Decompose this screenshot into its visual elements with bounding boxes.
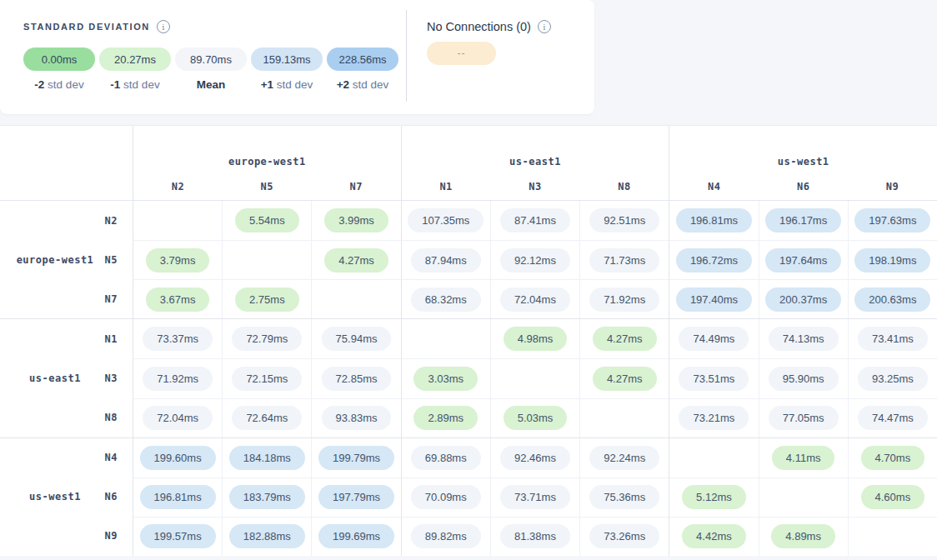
latency-pill[interactable]: 87.94ms [411, 248, 481, 272]
matrix-row: N9199.57ms182.88ms199.69ms89.82ms81.38ms… [0, 517, 937, 556]
latency-pill[interactable]: 73.71ms [500, 485, 570, 509]
latency-cell: 198.19ms [849, 240, 937, 279]
latency-pill[interactable]: 196.81ms [140, 485, 216, 509]
info-icon[interactable]: i [538, 20, 551, 33]
latency-pill[interactable]: 72.79ms [232, 327, 302, 351]
latency-pill[interactable]: 87.41ms [500, 208, 570, 232]
latency-pill[interactable]: 3.03ms [413, 367, 478, 391]
latency-pill[interactable]: 2.89ms [413, 406, 478, 430]
latency-pill[interactable]: 81.38ms [500, 524, 570, 548]
node-column-label: N8 [579, 180, 669, 193]
latency-pill[interactable]: 199.57ms [140, 524, 216, 548]
latency-pill[interactable]: 93.25ms [858, 367, 928, 391]
legend-pill-label: +2 std dev [327, 78, 398, 91]
latency-pill[interactable]: 73.41ms [858, 327, 928, 351]
latency-cell: 72.15ms [223, 358, 312, 398]
latency-pill[interactable]: 4.89ms [771, 524, 835, 548]
latency-pill[interactable]: 71.92ms [589, 288, 659, 312]
latency-pill[interactable]: 4.27ms [593, 367, 657, 391]
node-row-label: N1 [105, 333, 118, 345]
latency-pill[interactable]: 72.15ms [232, 367, 302, 391]
latency-pill[interactable]: 77.05ms [769, 406, 839, 430]
latency-cell: 199.60ms [133, 438, 223, 478]
node-row-label: N6 [105, 491, 118, 502]
latency-pill[interactable]: 200.63ms [854, 288, 930, 312]
latency-pill[interactable]: 71.92ms [143, 367, 213, 391]
latency-pill[interactable]: 196.17ms [765, 208, 841, 232]
latency-pill[interactable]: 199.60ms [140, 446, 216, 470]
latency-pill[interactable]: 5.54ms [235, 208, 299, 232]
std-dev-title-row: STANDARD DEVIATION i [23, 20, 406, 33]
latency-pill[interactable]: 74.13ms [769, 327, 839, 351]
latency-pill[interactable]: 4.42ms [682, 524, 746, 548]
info-icon[interactable]: i [157, 20, 170, 33]
latency-pill[interactable]: 2.75ms [235, 288, 299, 312]
latency-pill[interactable]: 73.26ms [589, 524, 659, 548]
latency-pill[interactable]: 197.79ms [318, 485, 394, 509]
latency-pill[interactable]: 73.51ms [679, 367, 749, 391]
latency-cell: 197.79ms [312, 478, 401, 517]
latency-pill[interactable]: 71.73ms [589, 248, 659, 272]
latency-pill[interactable]: 196.72ms [676, 248, 752, 272]
latency-pill[interactable]: 72.85ms [322, 367, 392, 391]
latency-pill[interactable]: 73.21ms [679, 406, 749, 430]
latency-cell-empty [312, 279, 401, 318]
latency-pill[interactable]: 3.79ms [146, 248, 210, 272]
legend-pill-label: +1 std dev [251, 78, 323, 91]
latency-pill[interactable]: 107.35ms [408, 208, 484, 232]
latency-pill[interactable]: 4.27ms [593, 327, 657, 351]
latency-pill[interactable]: 4.11ms [772, 446, 835, 470]
latency-cell: 199.69ms [312, 517, 401, 556]
latency-cell: 196.81ms [669, 201, 759, 240]
latency-pill[interactable]: 72.04ms [143, 406, 213, 430]
latency-pill[interactable]: 74.49ms [679, 327, 749, 351]
latency-pill[interactable]: 199.69ms [318, 524, 394, 548]
latency-cell: 73.21ms [669, 398, 759, 438]
latency-pill[interactable]: 5.12ms [682, 485, 746, 509]
legend-pill-label: -2 std dev [23, 78, 95, 91]
latency-pill[interactable]: 198.19ms [854, 248, 930, 272]
latency-pill[interactable]: 4.60ms [861, 485, 925, 509]
latency-pill[interactable]: 196.81ms [676, 208, 752, 232]
latency-pill[interactable]: 92.51ms [589, 208, 659, 232]
latency-pill[interactable]: 75.36ms [589, 485, 659, 509]
latency-pill[interactable]: 68.32ms [411, 288, 481, 312]
latency-pill[interactable]: 3.67ms [146, 288, 210, 312]
latency-pill[interactable]: 74.47ms [858, 406, 928, 430]
matrix-row: N25.54ms3.99ms107.35ms87.41ms92.51ms196.… [0, 201, 937, 240]
latency-pill[interactable]: 199.79ms [318, 446, 394, 470]
latency-pill[interactable]: 70.09ms [411, 485, 481, 509]
latency-pill[interactable]: 197.63ms [854, 208, 930, 232]
latency-pill[interactable]: 73.37ms [143, 327, 213, 351]
latency-pill[interactable]: 72.04ms [500, 288, 570, 312]
latency-cell: 200.63ms [849, 279, 937, 318]
latency-pill[interactable]: 197.40ms [676, 288, 752, 312]
latency-pill[interactable]: 200.37ms [765, 288, 841, 312]
latency-pill[interactable]: 4.98ms [504, 327, 568, 351]
latency-pill[interactable]: 89.82ms [411, 524, 481, 548]
latency-pill[interactable]: 95.90ms [769, 367, 839, 391]
legend-pill: 228.56ms [327, 48, 398, 71]
latency-cell: 73.37ms [133, 319, 223, 358]
latency-pill[interactable]: 75.94ms [322, 327, 392, 351]
latency-cell: 5.54ms [223, 201, 312, 240]
latency-pill[interactable]: 92.12ms [500, 248, 570, 272]
latency-pill[interactable]: 93.83ms [322, 406, 392, 430]
latency-pill[interactable]: 72.64ms [232, 406, 302, 430]
row-label-cell: N9 [0, 517, 133, 556]
latency-pill[interactable]: 182.88ms [229, 524, 305, 548]
latency-cell: 92.24ms [580, 438, 669, 478]
latency-pill[interactable]: 92.46ms [500, 446, 570, 470]
latency-pill[interactable]: 184.18ms [229, 446, 305, 470]
latency-pill[interactable]: 197.64ms [765, 248, 841, 272]
latency-pill[interactable]: 4.70ms [861, 446, 925, 470]
latency-pill[interactable]: 69.88ms [411, 446, 481, 470]
latency-pill[interactable]: 92.24ms [589, 446, 659, 470]
node-column-label: N1 [402, 180, 491, 193]
row-label-cell: N5 [0, 240, 133, 279]
latency-pill[interactable]: 4.27ms [324, 248, 388, 272]
latency-pill[interactable]: 3.99ms [324, 208, 388, 232]
latency-cell: 183.79ms [223, 478, 312, 517]
latency-pill[interactable]: 183.79ms [229, 485, 305, 509]
latency-pill[interactable]: 5.03ms [504, 406, 568, 430]
